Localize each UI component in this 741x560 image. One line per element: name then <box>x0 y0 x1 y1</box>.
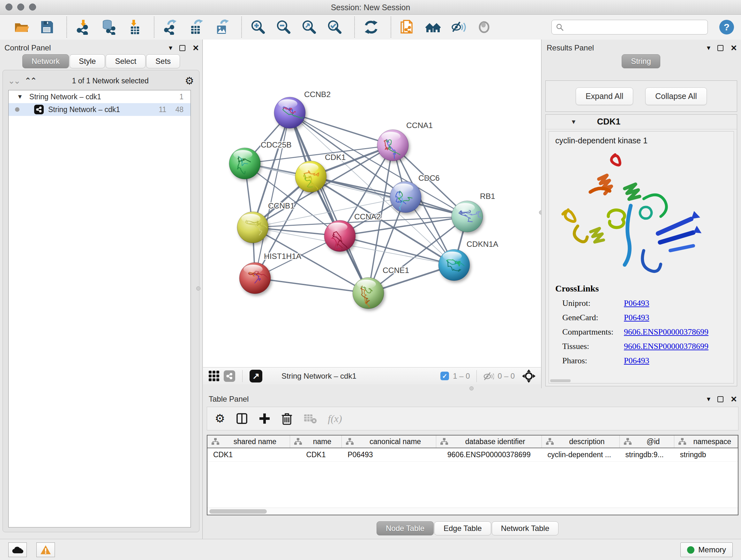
crosslink-link[interactable]: P06493 <box>624 356 649 366</box>
table-cell[interactable]: stringdb:9... <box>620 448 674 461</box>
network-node-CDC25B[interactable] <box>229 148 260 179</box>
help-button[interactable]: ? <box>719 20 734 35</box>
crosslink-link[interactable]: P06493 <box>624 299 649 308</box>
open-session-icon[interactable] <box>13 19 29 35</box>
expand-all-button[interactable]: Expand All <box>576 87 633 105</box>
tab-select[interactable]: Select <box>106 54 145 68</box>
show-columns-icon[interactable] <box>236 413 248 425</box>
expand-all-icon[interactable]: ⌃⌃ <box>24 76 36 86</box>
network-view[interactable]: CCNB2CCNA1CDC25BCDK1CDC6RB1CCNB1CCNA2CDK… <box>203 40 541 384</box>
network-edge[interactable] <box>290 113 368 293</box>
float-panel-icon[interactable] <box>718 45 724 51</box>
column-header-shared-name[interactable]: shared name <box>207 435 290 448</box>
network-node-CDK1[interactable] <box>295 161 327 192</box>
network-node-CCNE1[interactable] <box>353 277 384 310</box>
column-header-namespace[interactable]: namespace <box>674 435 738 448</box>
selected-checkbox-icon[interactable]: ✓ <box>441 372 449 380</box>
network-node-CCNB1[interactable] <box>237 212 274 243</box>
network-node-CCNA2[interactable] <box>324 220 358 253</box>
tab-edge-table[interactable]: Edge Table <box>434 521 491 536</box>
network-graph[interactable]: CCNB2CCNA1CDC25BCDK1CDC6RB1CCNB1CCNA2CDK… <box>203 40 541 368</box>
network-collection-row[interactable]: ▼ String Network – cdk1 1 <box>9 90 191 103</box>
crosslink-link[interactable]: 9606.ENSP00000378699 <box>624 327 709 337</box>
first-neighbors-icon[interactable] <box>425 19 441 35</box>
network-options-gear-icon[interactable]: ⚙ <box>185 75 194 87</box>
memory-button[interactable]: Memory <box>680 543 733 557</box>
table-options-gear-icon[interactable]: ⚙ <box>215 412 225 425</box>
panel-menu-icon[interactable]: ▾ <box>707 44 711 52</box>
hide-selected-icon[interactable] <box>451 19 467 35</box>
network-node-HIST1H1A[interactable] <box>239 262 271 294</box>
column-header--id[interactable]: @id <box>620 435 674 448</box>
horizontal-scrollbar[interactable] <box>207 508 738 515</box>
fit-selected-icon[interactable] <box>522 369 536 383</box>
search-field[interactable] <box>551 20 708 35</box>
crosslink-link[interactable]: P06493 <box>624 313 649 322</box>
table-cell[interactable]: stringdb <box>674 448 738 461</box>
tab-node-table[interactable]: Node Table <box>377 521 434 536</box>
show-all-icon[interactable] <box>476 19 492 35</box>
section-expander-icon[interactable]: ▼ <box>570 118 577 125</box>
tree-expander-icon[interactable]: ▼ <box>17 93 23 100</box>
network-node-CCNB2[interactable] <box>274 97 307 128</box>
float-panel-icon[interactable] <box>179 45 185 51</box>
export-network-icon[interactable] <box>163 19 179 35</box>
panel-menu-icon[interactable]: ▾ <box>707 395 711 403</box>
birds-eye-view-icon[interactable]: ↗ <box>250 370 262 382</box>
network-node-CCNA1[interactable] <box>377 130 408 161</box>
annotations-icon[interactable] <box>400 19 415 35</box>
import-table-file-icon[interactable] <box>126 19 142 35</box>
column-header-database-identifier[interactable]: database identifier <box>436 435 542 448</box>
table-cell[interactable]: P06493 <box>342 448 436 461</box>
tab-string[interactable]: String <box>622 54 660 68</box>
column-header-name[interactable]: name <box>290 435 342 448</box>
create-column-icon[interactable] <box>259 413 270 424</box>
bottom-splitter-handle[interactable] <box>469 386 474 390</box>
collapse-all-button[interactable]: Collapse All <box>645 87 707 105</box>
column-header-canonical-name[interactable]: canonical name <box>342 435 436 448</box>
network-share-icon[interactable] <box>224 370 235 382</box>
warnings-button[interactable] <box>37 543 55 557</box>
search-input[interactable] <box>564 23 698 32</box>
import-network-database-icon[interactable] <box>101 19 117 35</box>
table-cell[interactable]: cyclin-dependent ... <box>542 448 620 461</box>
zoom-fit-icon[interactable] <box>301 19 317 35</box>
zoom-selected-icon[interactable] <box>327 19 343 35</box>
import-network-file-icon[interactable] <box>75 19 91 35</box>
float-panel-icon[interactable] <box>718 396 724 402</box>
export-image-icon[interactable] <box>214 19 230 35</box>
refresh-icon[interactable] <box>363 19 379 35</box>
close-panel-icon[interactable]: ✕ <box>731 44 737 53</box>
network-node-RB1[interactable] <box>452 201 484 232</box>
tab-network-table[interactable]: Network Table <box>492 521 559 536</box>
left-splitter-handle[interactable] <box>196 287 200 291</box>
network-edge[interactable] <box>290 113 393 145</box>
zoom-in-icon[interactable] <box>250 19 266 35</box>
network-edge[interactable] <box>311 177 467 216</box>
close-panel-icon[interactable]: ✕ <box>731 395 737 404</box>
cloud-status-button[interactable] <box>8 543 27 557</box>
export-table-icon[interactable] <box>188 19 204 35</box>
tab-network[interactable]: Network <box>22 54 69 68</box>
save-session-icon[interactable] <box>39 19 55 35</box>
table-cell[interactable]: 9606.ENSP00000378699 <box>436 448 542 461</box>
collapse-all-icon[interactable]: ⌄⌄ <box>8 76 19 86</box>
tab-sets[interactable]: Sets <box>146 54 180 68</box>
close-panel-icon[interactable]: ✕ <box>192 44 199 53</box>
zoom-out-icon[interactable] <box>276 19 292 35</box>
network-row[interactable]: String Network – cdk1 11 48 <box>9 103 191 116</box>
horizontal-scrollbar-thumb[interactable] <box>550 379 570 382</box>
table-cell[interactable]: CDK1 <box>207 448 290 461</box>
column-header-description[interactable]: description <box>542 435 620 448</box>
table-row[interactable]: CDK1CDK1P064939606.ENSP00000378699cyclin… <box>207 448 738 462</box>
network-node-CDKN1A[interactable] <box>439 249 470 281</box>
scrollbar-thumb[interactable] <box>209 509 267 514</box>
table-cell[interactable]: CDK1 <box>290 448 342 461</box>
delete-column-icon[interactable] <box>281 412 293 425</box>
tab-style[interactable]: Style <box>70 54 105 68</box>
panel-menu-icon[interactable]: ▾ <box>169 44 172 52</box>
crosslink-link[interactable]: 9606.ENSP00000378699 <box>624 341 709 351</box>
network-edge[interactable] <box>255 278 368 293</box>
protein-section-header[interactable]: ▼ CDK1 <box>546 115 737 129</box>
grid-view-icon[interactable] <box>209 371 219 381</box>
